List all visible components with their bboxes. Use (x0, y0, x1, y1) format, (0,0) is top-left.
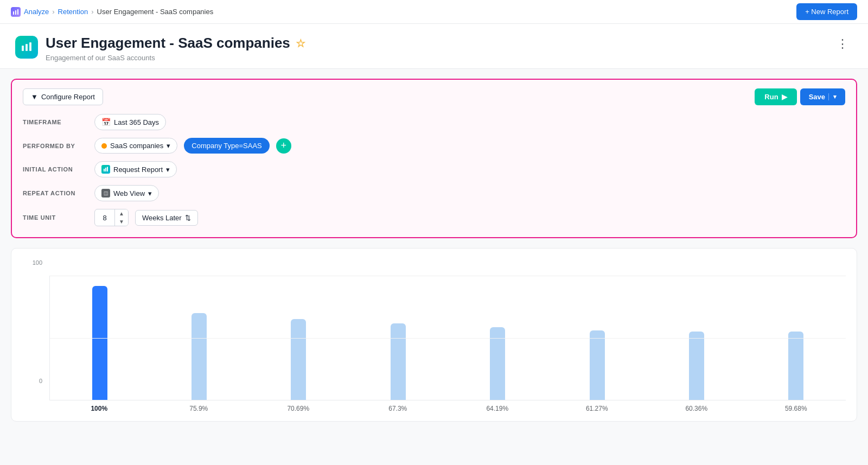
chart-bar (689, 332, 704, 400)
bar-label: 60.36% (647, 405, 746, 412)
svg-rect-6 (104, 169, 105, 171)
performed-by-label: PERFORMED BY (23, 143, 88, 149)
chart-bar (192, 313, 207, 400)
repeat-action-label: REPEAT ACTION (23, 190, 88, 196)
save-chevron-icon[interactable]: ▾ (828, 93, 837, 100)
page-header: User Engagement - SaaS companies ☆ Engag… (0, 24, 868, 69)
chart-bar (92, 286, 107, 400)
y-label-bottom: 0 (39, 378, 42, 384)
bar-label: 67.3% (348, 405, 448, 412)
save-button[interactable]: Save ▾ (800, 88, 845, 105)
chart-area: 100 0 (22, 259, 846, 400)
time-number-value: 8 (95, 211, 114, 225)
segment-chevron-icon: ▾ (167, 142, 170, 150)
analyze-icon (11, 7, 21, 17)
bar-group (647, 276, 746, 400)
page-title-group: User Engagement - SaaS companies ☆ Engag… (46, 35, 305, 62)
configure-report-button[interactable]: ▼ Configure Report (23, 88, 103, 105)
segment-dot-icon (101, 143, 107, 149)
calendar-icon: 📅 (101, 118, 111, 126)
initial-action-selector[interactable]: Request Report ▾ (94, 161, 177, 177)
action-bar-icon (101, 165, 110, 174)
segment-selector[interactable]: SaaS companies ▾ (94, 138, 177, 154)
chart-bar (590, 330, 605, 400)
chart-labels: 100%75.9%70.69%67.3%64.19%61.27%60.36%59… (49, 405, 846, 412)
config-panel-header: ▼ Configure Report Run ▶ Save ▾ (23, 88, 845, 105)
initial-action-label: INITIAL ACTION (23, 166, 88, 173)
svg-rect-1 (15, 10, 16, 15)
weeks-chevron-icon: ⇅ (185, 214, 191, 222)
bar-label: 100% (49, 405, 149, 412)
top-nav: Analyze › Retention › User Engagement - … (0, 0, 868, 24)
page-header-left: User Engagement - SaaS companies ☆ Engag… (15, 35, 305, 62)
favorite-star-icon[interactable]: ☆ (296, 37, 305, 50)
page-icon (15, 36, 38, 59)
chart-y-axis: 100 0 (22, 259, 47, 384)
funnel-icon: ▼ (31, 93, 38, 101)
bar-label: 70.69% (248, 405, 348, 412)
bar-group (746, 276, 846, 400)
bar-label: 75.9% (149, 405, 249, 412)
svg-rect-4 (25, 44, 28, 51)
y-label-top: 100 (33, 259, 42, 266)
bar-group (249, 276, 348, 400)
page-title: User Engagement - SaaS companies ☆ (46, 35, 305, 52)
repeat-action-chevron-icon: ▾ (148, 189, 152, 198)
breadcrumb-current: User Engagement - SaaS companies (97, 8, 214, 16)
timeframe-label: TIMEFRAME (23, 119, 88, 125)
initial-action-chevron-icon: ▾ (166, 165, 170, 174)
initial-action-row: INITIAL ACTION Request Report ▾ (23, 161, 845, 177)
more-options-button[interactable]: ⋮ (832, 35, 853, 53)
bar-label: 59.68% (746, 405, 846, 412)
config-actions: Run ▶ Save ▾ (755, 88, 845, 105)
bar-group (448, 276, 547, 400)
retention-link[interactable]: Retention (58, 8, 88, 16)
add-filter-button[interactable]: + (276, 138, 291, 154)
svg-rect-3 (22, 46, 24, 51)
svg-rect-5 (29, 42, 31, 51)
bar-group (149, 276, 248, 400)
bar-label: 64.19% (448, 405, 547, 412)
time-number-input: 8 ▲ ▼ (94, 209, 129, 226)
config-panel: ▼ Configure Report Run ▶ Save ▾ TIMEFRAM… (11, 79, 857, 238)
time-unit-row: TIME UNIT 8 ▲ ▼ Weeks Later ⇅ (23, 209, 845, 226)
performed-by-row: PERFORMED BY SaaS companies ▾ Company Ty… (23, 138, 845, 154)
company-type-filter[interactable]: Company Type=SAAS (184, 138, 269, 154)
run-play-icon: ▶ (782, 93, 787, 101)
bar-group (348, 276, 448, 400)
timeframe-row: TIMEFRAME 📅 Last 365 Days (23, 114, 845, 130)
new-report-button[interactable]: + New Report (796, 3, 857, 20)
run-button[interactable]: Run ▶ (755, 88, 796, 105)
chart-bar (490, 327, 505, 400)
timeframe-selector[interactable]: 📅 Last 365 Days (94, 114, 166, 130)
repeat-action-row: REPEAT ACTION ◫ Web View ▾ (23, 185, 845, 201)
web-view-icon: ◫ (101, 189, 110, 198)
increment-button[interactable]: ▲ (115, 209, 128, 218)
time-unit-label: TIME UNIT (23, 214, 88, 221)
chart-bar (291, 319, 306, 400)
time-number-stepper: ▲ ▼ (114, 209, 128, 226)
decrement-button[interactable]: ▼ (115, 218, 128, 226)
breadcrumb: Analyze › Retention › User Engagement - … (11, 7, 213, 17)
svg-rect-8 (107, 167, 108, 172)
svg-rect-0 (13, 11, 14, 15)
svg-rect-7 (105, 168, 106, 171)
bar-group (547, 276, 647, 400)
bar-group (50, 276, 149, 400)
page-subtitle: Engagement of our SaaS accounts (46, 54, 305, 62)
svg-rect-2 (17, 9, 18, 15)
chart-section: 100 0 100%75.9%70.69%67.3%64.19%61.27%60… (11, 248, 857, 422)
chart-bar (788, 332, 803, 400)
repeat-action-selector[interactable]: ◫ Web View ▾ (94, 185, 159, 201)
chart-bar (391, 323, 406, 400)
weeks-selector[interactable]: Weeks Later ⇅ (135, 210, 198, 226)
bar-label: 61.27% (547, 405, 647, 412)
analyze-link[interactable]: Analyze (24, 8, 49, 16)
chart-bars-container (49, 276, 846, 400)
